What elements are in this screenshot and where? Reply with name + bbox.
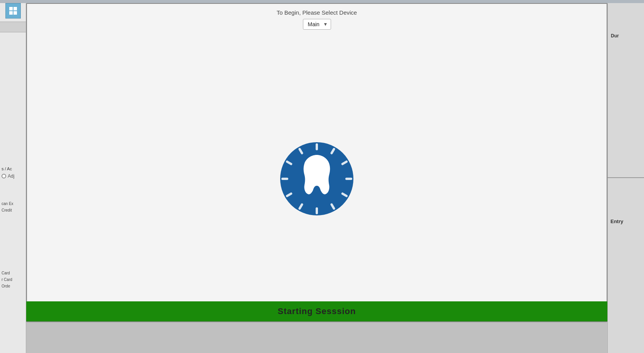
right-panel: Dur Entry — [607, 0, 644, 353]
start-session-button[interactable]: Starting Sesssion — [26, 301, 607, 321]
top-bar — [0, 0, 644, 3]
grid-icon-button[interactable] — [5, 3, 21, 18]
adj-header: Adj — [0, 172, 26, 180]
svg-rect-5 — [316, 143, 318, 150]
svg-rect-8 — [345, 178, 352, 180]
svg-rect-2 — [9, 11, 13, 15]
dur-label: Dur — [608, 31, 644, 41]
adj-radio[interactable] — [2, 174, 6, 178]
sidebar-section-label: s / Ac — [0, 166, 26, 172]
svg-rect-14 — [281, 178, 288, 180]
modal-header-text: To Begin, Please Select Device — [27, 4, 607, 19]
sidebar-card-section: Card r Card Orde — [0, 270, 26, 289]
modal-body — [27, 36, 607, 321]
device-selector: Main ▼ — [303, 19, 331, 30]
sidebar-item-can-ex[interactable]: can Ex — [0, 200, 26, 207]
device-select[interactable]: Main — [303, 19, 331, 30]
sidebar-section-adj: s / Ac Adj — [0, 166, 26, 180]
sidebar-item-credit[interactable]: Credit — [0, 207, 26, 213]
start-session-label: Starting Sesssion — [278, 306, 356, 316]
sidebar-item-orde[interactable]: Orde — [0, 283, 26, 289]
left-sidebar: s / Ac Adj can Ex Credit Card r Card Ord… — [0, 0, 26, 353]
grid-icon — [8, 6, 18, 15]
sidebar-items-section: can Ex Credit — [0, 200, 26, 213]
right-panel-divider — [607, 177, 644, 178]
svg-rect-3 — [13, 11, 17, 15]
svg-rect-11 — [316, 207, 318, 214]
device-select-wrapper: Main ▼ — [303, 19, 331, 30]
sidebar-item-card1[interactable]: Card — [0, 270, 26, 276]
sidebar-item-card2[interactable]: r Card — [0, 276, 26, 283]
adj-label: Adj — [8, 173, 14, 179]
modal-dialog: To Begin, Please Select Device Main ▼ — [26, 3, 607, 322]
sidebar-top-bar — [0, 22, 26, 32]
svg-rect-0 — [9, 7, 13, 10]
entry-label: Entry — [607, 217, 644, 226]
svg-rect-1 — [13, 7, 17, 10]
dental-logo-icon — [278, 140, 355, 217]
